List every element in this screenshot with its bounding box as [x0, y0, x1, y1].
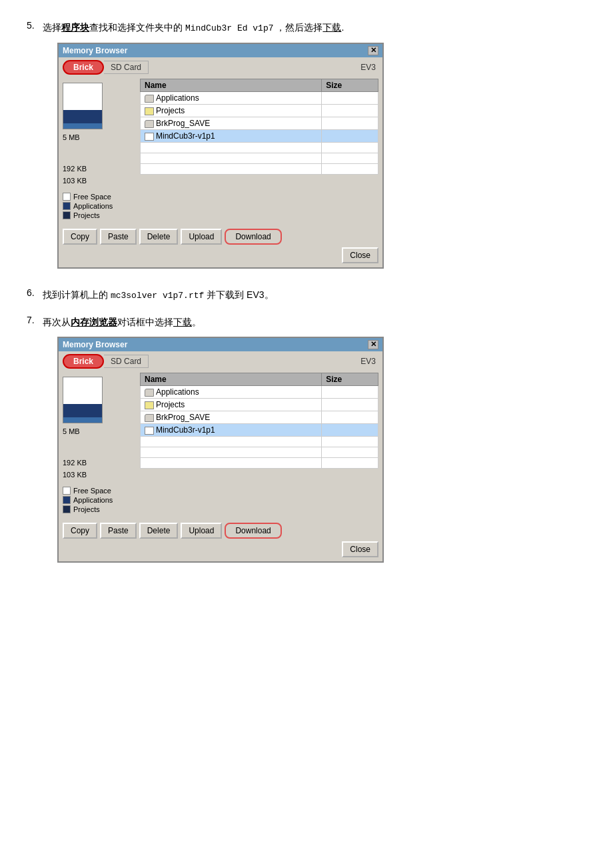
step-6-number: 6.: [27, 287, 43, 298]
memory-browser-2-close-x[interactable]: ✕: [368, 340, 378, 349]
storage-label-192kb-1: 192 KB: [63, 163, 136, 175]
memory-browser-1: Memory Browser ✕ Brick SD Card EV3: [57, 43, 384, 269]
table-row[interactable]: MindCub3r-v1p1: [141, 423, 378, 436]
legend-label-projects-2: Projects: [73, 505, 100, 513]
legend-icon-apps-2: [63, 496, 71, 504]
table-row[interactable]: Applications: [141, 385, 378, 398]
table-row: [141, 163, 378, 174]
file-name-projects-2: Projects: [141, 398, 322, 411]
storage-bar-apps-1: [63, 123, 102, 129]
storage-bar-projects-2: [63, 404, 102, 417]
download-button-2[interactable]: Download: [225, 523, 281, 539]
step-7-number: 7.: [27, 315, 43, 325]
step-5: 5. 选择程序块查找和选择文件夹中的 MindCub3r Ed v1p7 ，然后…: [27, 20, 586, 275]
memory-browser-1-right-panel: Name Size Applications: [140, 79, 378, 221]
table-row[interactable]: Projects: [141, 398, 378, 411]
file-size-brkprog-1: [322, 117, 378, 129]
close-button-2[interactable]: Close: [342, 541, 378, 557]
table-row: [141, 142, 378, 153]
legend-item-projects-1: Projects: [63, 211, 136, 219]
copy-button-1[interactable]: Copy: [63, 229, 97, 245]
step-7-text: 再次从内存浏览器对话框中选择下载。: [43, 317, 201, 327]
file-size-brkprog-2: [322, 411, 378, 423]
memory-browser-1-actions: Copy Paste Delete Upload Download: [59, 225, 382, 247]
legend-item-apps-2: Applications: [63, 496, 136, 504]
step-5-text: 选择程序块查找和选择文件夹中的 MindCub3r Ed v1p7 ，然后选择下…: [43, 22, 344, 33]
legend-label-freespace-2: Free Space: [73, 487, 111, 495]
memory-browser-2-legend: Free Space Applications Projects: [63, 487, 136, 513]
folder-icon-brkprog-1: [145, 120, 154, 128]
file-size-applications-2: [322, 385, 378, 398]
file-name-mindcub-1: MindCub3r-v1p1: [141, 129, 322, 142]
memory-browser-2-tab-brick[interactable]: Brick: [63, 354, 104, 369]
storage-label-5mb-1: 5 MB: [63, 132, 136, 144]
step-7-keyword-download: 下载: [173, 317, 192, 327]
delete-button-2[interactable]: Delete: [139, 523, 179, 539]
table-row: [141, 436, 378, 447]
upload-button-2[interactable]: Upload: [181, 523, 222, 539]
download-button-1[interactable]: Download: [225, 229, 281, 245]
col-header-size-1: Size: [322, 79, 378, 91]
memory-browser-1-body: 5 MB 192 KB 103 KB Free Space: [59, 75, 382, 225]
file-icon-mindcub-1: [145, 133, 154, 141]
memory-browser-2-close-row: Close: [59, 541, 382, 561]
memory-browser-2-body: 5 MB 192 KB 103 KB Free Space: [59, 369, 382, 519]
legend-icon-projects-1: [63, 211, 71, 219]
legend-item-projects-2: Projects: [63, 505, 136, 513]
memory-browser-1-storage-info: 5 MB 192 KB 103 KB: [63, 83, 136, 187]
table-row[interactable]: BrkProg_SAVE: [141, 411, 378, 423]
file-name-brkprog-1: BrkProg_SAVE: [141, 117, 322, 129]
memory-browser-2-title: Memory Browser: [63, 340, 127, 349]
copy-button-2[interactable]: Copy: [63, 523, 97, 539]
memory-browser-1-tabs-row: Brick SD Card EV3: [59, 57, 382, 75]
table-row[interactable]: Applications: [141, 91, 378, 104]
memory-browser-1-tab-brick[interactable]: Brick: [63, 60, 104, 75]
table-row: [141, 447, 378, 457]
legend-icon-projects-2: [63, 505, 71, 513]
legend-icon-apps-1: [63, 202, 71, 210]
close-button-1[interactable]: Close: [342, 247, 378, 263]
folder-icon-apps-2: [145, 389, 154, 397]
memory-browser-1-tab-sdcard[interactable]: SD Card: [104, 61, 149, 74]
table-row: [141, 153, 378, 163]
memory-browser-1-close-x[interactable]: ✕: [368, 46, 378, 55]
upload-button-1[interactable]: Upload: [181, 229, 222, 245]
step-5-filename: MindCub3r Ed v1p7: [185, 23, 274, 33]
folder-icon-1: [145, 95, 154, 103]
table-row[interactable]: Projects: [141, 104, 378, 117]
file-name-projects-1: Projects: [141, 104, 322, 117]
legend-icon-freespace-2: [63, 487, 71, 495]
storage-label-192kb-2: 192 KB: [63, 457, 136, 469]
col-header-size-2: Size: [322, 373, 378, 385]
paste-button-2[interactable]: Paste: [100, 523, 137, 539]
legend-item-apps-1: Applications: [63, 202, 136, 210]
storage-bar-projects-1: [63, 110, 102, 123]
folder-icon-brkprog-2: [145, 414, 154, 422]
paste-button-1[interactable]: Paste: [100, 229, 137, 245]
step-5-number: 5.: [27, 20, 43, 31]
file-name-applications-1: Applications: [141, 91, 322, 104]
step-6-filename: mc3solver v1p7.rtf: [111, 291, 204, 301]
step-6-text: 找到计算机上的 mc3solver v1p7.rtf 并下载到 EV3。: [43, 287, 274, 303]
storage-bar-container-2: [63, 377, 103, 423]
storage-bar-apps-2: [63, 417, 102, 423]
legend-icon-freespace-1: [63, 193, 71, 201]
table-row[interactable]: MindCub3r-v1p1: [141, 129, 378, 142]
memory-browser-1-title: Memory Browser: [63, 46, 127, 55]
memory-browser-1-titlebar: Memory Browser ✕: [59, 44, 382, 57]
step-6: 6. 找到计算机上的 mc3solver v1p7.rtf 并下载到 EV3。: [27, 287, 586, 303]
table-row[interactable]: BrkProg_SAVE: [141, 117, 378, 129]
file-name-applications-2: Applications: [141, 385, 322, 398]
memory-browser-2: Memory Browser ✕ Brick SD Card EV3: [57, 337, 384, 563]
folder-open-icon-1: [145, 107, 154, 115]
storage-bar-container-1: [63, 83, 103, 129]
file-size-projects-2: [322, 398, 378, 411]
file-size-projects-1: [322, 104, 378, 117]
memory-browser-1-file-table: Name Size Applications: [140, 79, 378, 175]
legend-item-freespace-2: Free Space: [63, 487, 136, 495]
step-7: 7. 再次从内存浏览器对话框中选择下载。 Memory Browser ✕ Br…: [27, 315, 586, 569]
step-5-keyword-program: 程序块: [61, 22, 89, 33]
col-header-name-1: Name: [141, 79, 322, 91]
delete-button-1[interactable]: Delete: [139, 229, 179, 245]
memory-browser-2-tab-sdcard[interactable]: SD Card: [104, 355, 149, 368]
